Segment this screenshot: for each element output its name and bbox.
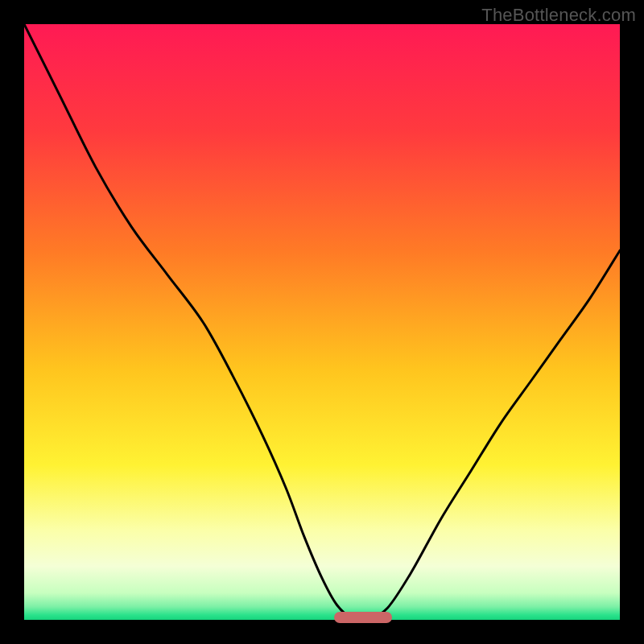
bottleneck-curve bbox=[24, 24, 620, 620]
plot-area bbox=[24, 24, 620, 620]
optimal-range-marker bbox=[334, 612, 392, 623]
chart-container: TheBottleneck.com bbox=[0, 0, 644, 644]
watermark-label: TheBottleneck.com bbox=[481, 5, 636, 26]
